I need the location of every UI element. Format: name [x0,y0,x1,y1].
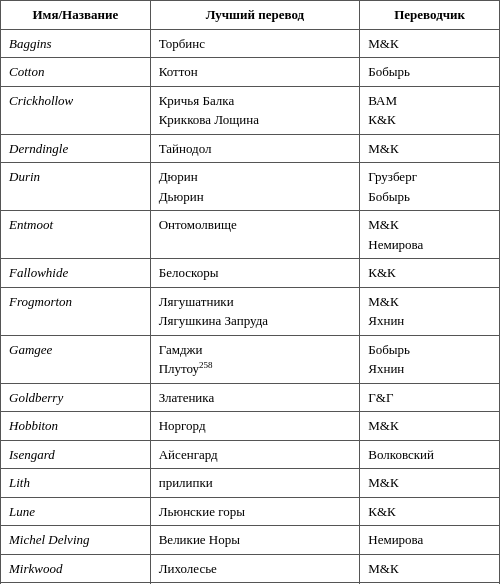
translation-cell: Лихолесье [150,554,360,583]
translation-cell: Тайнодол [150,134,360,163]
translator-cell: М&К [360,554,500,583]
table-row: HobbitonНоргордМ&К [1,412,500,441]
table-row: CrickhollowКричья БалкаКриккова ЛощинаВА… [1,86,500,134]
name-cell: Lune [1,497,151,526]
translator-cell: М&К [360,29,500,58]
translator-cell: Г&Г [360,383,500,412]
name-cell: Michel Delving [1,526,151,555]
translator-cell: БобырьЯхнин [360,335,500,383]
name-cell: Derndingle [1,134,151,163]
table-row: FallowhideБелоскорыК&К [1,259,500,288]
translation-cell: Онтомолвище [150,211,360,259]
name-cell: Mirkwood [1,554,151,583]
translation-cell: Коттон [150,58,360,87]
table-row: Michel DelvingВеликие НорыНемирова [1,526,500,555]
name-cell: Frogmorton [1,287,151,335]
name-cell: Baggins [1,29,151,58]
translation-cell: Льюнские горы [150,497,360,526]
translator-cell: К&К [360,259,500,288]
translator-cell: Бобырь [360,58,500,87]
translation-cell: Великие Норы [150,526,360,555]
table-row: EntmootОнтомолвищеМ&КНемирова [1,211,500,259]
header-name: Имя/Название [1,1,151,30]
name-cell: Gamgee [1,335,151,383]
translator-cell: М&К [360,469,500,498]
header-translator: Переводчик [360,1,500,30]
translation-cell: Торбинс [150,29,360,58]
translator-cell: К&К [360,497,500,526]
translation-cell: ЛягушатникиЛягушкина Запруда [150,287,360,335]
translator-cell: Немирова [360,526,500,555]
table-row: CottonКоттонБобырь [1,58,500,87]
translator-cell: М&КЯхнин [360,287,500,335]
translator-cell: М&К [360,412,500,441]
translator-cell: ГрузбергБобырь [360,163,500,211]
translation-cell: Айсенгард [150,440,360,469]
name-cell: Durin [1,163,151,211]
translation-cell: Норгорд [150,412,360,441]
translation-cell: прилипки [150,469,360,498]
translation-table: Имя/Название Лучший перевод Переводчик B… [0,0,500,584]
name-cell: Cotton [1,58,151,87]
translation-cell: ГамджиПлутоу258 [150,335,360,383]
name-cell: Entmoot [1,211,151,259]
name-cell: Lith [1,469,151,498]
table-row: IsengardАйсенгардВолковский [1,440,500,469]
header-translation: Лучший перевод [150,1,360,30]
translator-cell: ВАМК&К [360,86,500,134]
table-row: DerndingleТайнодолМ&К [1,134,500,163]
translation-cell: Белоскоры [150,259,360,288]
table-row: MirkwoodЛихолесьеМ&К [1,554,500,583]
name-cell: Hobbiton [1,412,151,441]
name-cell: Isengard [1,440,151,469]
table-row: FrogmortonЛягушатникиЛягушкина ЗапрудаМ&… [1,287,500,335]
name-cell: Fallowhide [1,259,151,288]
translator-cell: М&К [360,134,500,163]
translator-cell: Волковский [360,440,500,469]
name-cell: Crickhollow [1,86,151,134]
translation-cell: ДюринДьюрин [150,163,360,211]
table-row: LithприлипкиМ&К [1,469,500,498]
translation-cell: Кричья БалкаКриккова Лощина [150,86,360,134]
table-row: GamgeeГамджиПлутоу258БобырьЯхнин [1,335,500,383]
translation-cell: Златеника [150,383,360,412]
table-row: BagginsТорбинсМ&К [1,29,500,58]
translator-cell: М&КНемирова [360,211,500,259]
table-row: GoldberryЗлатеникаГ&Г [1,383,500,412]
name-cell: Goldberry [1,383,151,412]
table-row: DurinДюринДьюринГрузбергБобырь [1,163,500,211]
table-row: LuneЛьюнские горыК&К [1,497,500,526]
